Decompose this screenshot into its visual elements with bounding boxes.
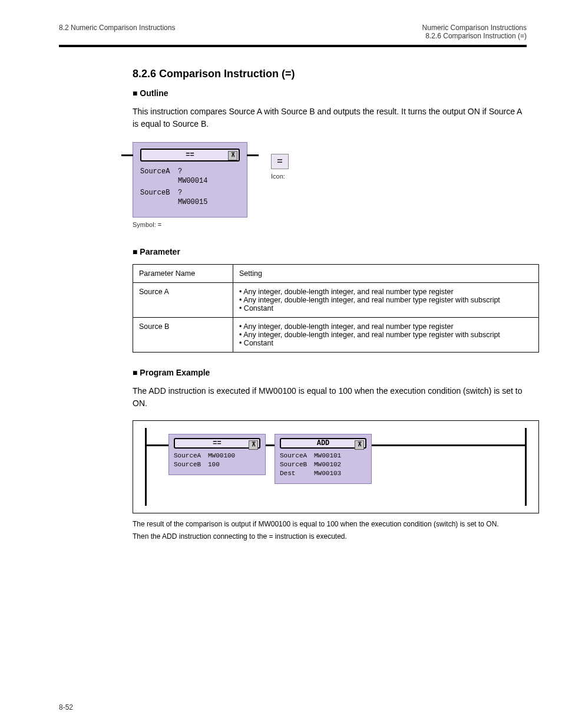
row-label: SourceB — [280, 461, 310, 468]
row-value-sourcea: MW00014 — [178, 177, 240, 185]
page-header: 8.2 Numeric Comparison Instructions Nume… — [59, 24, 527, 47]
row-value: MW00103 — [314, 470, 341, 477]
icon-caption: Icon: — [271, 173, 289, 180]
block-row: SourceA MW00101 — [280, 452, 366, 459]
param-name-cell: Source B — [133, 318, 233, 353]
setting-line: • Constant — [239, 304, 533, 312]
row-label: SourceB — [174, 461, 204, 468]
rung-block-add: ADD ⊼ SourceA MW00101 SourceB MW00102 De… — [275, 434, 372, 484]
header-right-line1: Numeric Comparison Instructions — [422, 24, 527, 32]
setting-line: • Any integer, double-length integer, an… — [239, 296, 533, 304]
table-row: Source A • Any integer, double-length in… — [133, 283, 539, 318]
block-header: == ⊼ — [140, 149, 240, 162]
setting-line: • Any integer, double-length integer, an… — [239, 288, 533, 296]
setting-line: • Any integer, double-length integer, an… — [239, 322, 533, 331]
block-row-sourcea: SourceA ? — [140, 167, 240, 176]
row-value: MW00100 — [208, 452, 235, 459]
symbol-figure: == ⊼ SourceA ? MW00014 SourceB ? MW00015… — [133, 142, 527, 228]
expand-icon: ⊼ — [228, 151, 237, 160]
block-header: ADD ⊼ — [280, 438, 366, 449]
program-example-box: == ⊼ SourceA MW00100 SourceB 100 ADD ⊼ — [133, 420, 539, 513]
expand-icon: ⊼ — [355, 440, 364, 450]
row-label: Dest — [280, 470, 310, 477]
outline-heading: ■ Outline — [133, 87, 527, 100]
example-intro: The ADD instruction is executed if MW001… — [133, 385, 527, 410]
row-label: SourceA — [280, 452, 310, 459]
row-question: ? — [178, 189, 182, 197]
setting-line: • Any integer, double-length integer, an… — [239, 331, 533, 339]
rung-block-compare: == ⊼ SourceA MW00100 SourceB 100 — [168, 434, 266, 475]
row-label: SourceB — [140, 189, 174, 197]
program-caption-line1: The result of the comparison is output i… — [133, 519, 539, 529]
program-caption-line2: Then the ADD instruction connecting to t… — [133, 532, 539, 542]
row-value: MW00101 — [314, 452, 341, 459]
header-right-line2: 8.2.6 Comparison Instruction (=) — [422, 32, 527, 40]
th-setting: Setting — [233, 265, 539, 283]
th-parameter-name: Parameter Name — [133, 265, 233, 283]
block-row: SourceB MW00102 — [280, 461, 366, 468]
power-rail-right — [525, 428, 527, 506]
section-number: 8.2.6 — [133, 68, 156, 80]
param-name-cell: Source A — [133, 283, 233, 318]
block-operator: ADD — [281, 439, 365, 447]
row-value: MW00102 — [314, 461, 341, 468]
block-operator: == — [175, 439, 259, 447]
parameter-heading: ■ Parameter — [133, 246, 527, 258]
setting-line: • Constant — [239, 339, 533, 347]
table-row: Source B • Any integer, double-length in… — [133, 318, 539, 353]
equals-icon: = — [271, 154, 289, 169]
block-header: == ⊼ — [174, 438, 260, 449]
block-operator: == — [141, 151, 239, 159]
param-setting-cell: • Any integer, double-length integer, an… — [233, 318, 539, 353]
section-title: 8.2.6 Comparison Instruction (=) — [133, 68, 527, 80]
expand-icon: ⊼ — [249, 440, 258, 450]
param-setting-cell: • Any integer, double-length integer, an… — [233, 283, 539, 318]
rail-connector-right — [247, 154, 259, 156]
row-question: ? — [178, 167, 182, 176]
block-row: SourceA MW00100 — [174, 452, 260, 459]
row-label: SourceA — [140, 167, 174, 176]
comparison-block: == ⊼ SourceA ? MW00014 SourceB ? MW00015 — [133, 142, 247, 218]
rail-connector-left — [121, 154, 133, 156]
header-left: 8.2 Numeric Comparison Instructions — [59, 24, 175, 32]
outline-text: This instruction compares Source A with … — [133, 106, 527, 130]
icon-glyph: = — [277, 156, 282, 167]
ladder-rung: == ⊼ SourceA MW00100 SourceB 100 ADD ⊼ — [145, 431, 527, 502]
block-row: Dest MW00103 — [280, 470, 366, 477]
symbol-caption: Symbol: = — [133, 221, 247, 228]
row-value: 100 — [208, 461, 220, 468]
parameter-table: Parameter Name Setting Source A • Any in… — [133, 264, 539, 353]
block-row-sourceb: SourceB ? — [140, 189, 240, 197]
row-value-sourceb: MW00015 — [178, 198, 240, 206]
section-name: Comparison Instruction (=) — [159, 68, 295, 80]
block-row: SourceB 100 — [174, 461, 260, 468]
power-rail-left — [145, 428, 147, 506]
row-label: SourceA — [174, 452, 204, 459]
example-heading: ■ Program Example — [133, 367, 527, 379]
page-number: 8-52 — [59, 703, 73, 711]
